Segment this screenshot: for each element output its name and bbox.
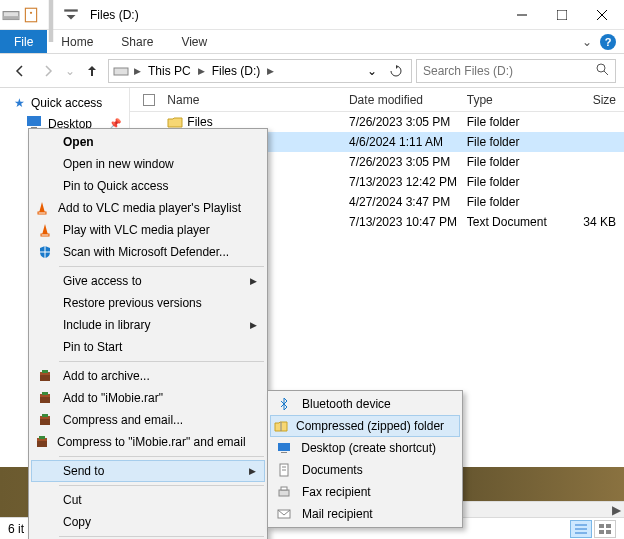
svg-rect-30 bbox=[42, 370, 48, 373]
qat-dropdown-icon[interactable] bbox=[62, 6, 80, 24]
svg-line-12 bbox=[604, 71, 608, 75]
view-details-icon[interactable] bbox=[570, 520, 592, 538]
file-tab[interactable]: File bbox=[0, 30, 47, 53]
breadcrumb-this-pc[interactable]: This PC bbox=[146, 64, 193, 78]
column-headers: Name Date modified Type Size bbox=[130, 88, 624, 112]
shield-icon bbox=[35, 244, 55, 260]
svg-rect-7 bbox=[557, 10, 567, 20]
mail-icon bbox=[274, 506, 294, 522]
ctx-open[interactable]: Open bbox=[31, 131, 265, 153]
file-type: File folder bbox=[467, 135, 565, 149]
forward-button[interactable] bbox=[36, 59, 60, 83]
window-title: Files (D:) bbox=[90, 8, 139, 22]
svg-rect-22 bbox=[599, 524, 604, 528]
star-icon: ★ bbox=[14, 96, 25, 110]
sendto-mail[interactable]: Mail recipient bbox=[270, 503, 460, 525]
chevron-right-icon[interactable]: ▶ bbox=[195, 66, 208, 76]
document-icon bbox=[274, 462, 294, 478]
svg-rect-24 bbox=[599, 530, 604, 534]
file-size: 34 KB bbox=[565, 215, 624, 229]
select-all-checkbox[interactable] bbox=[143, 94, 155, 106]
svg-rect-10 bbox=[114, 68, 128, 75]
col-type[interactable]: Type bbox=[467, 93, 565, 107]
file-type: File folder bbox=[467, 115, 565, 129]
svg-rect-47 bbox=[281, 487, 287, 490]
file-date: 4/27/2024 3:47 PM bbox=[349, 195, 467, 209]
ctx-pin-quick-access[interactable]: Pin to Quick access bbox=[31, 175, 265, 197]
search-box[interactable] bbox=[416, 59, 616, 83]
svg-rect-25 bbox=[606, 530, 611, 534]
vlc-icon bbox=[35, 222, 55, 238]
svg-point-11 bbox=[597, 64, 605, 72]
address-dropdown-icon[interactable]: ⌄ bbox=[361, 64, 383, 78]
ribbon: File Home Share View ⌄ ? bbox=[0, 30, 624, 54]
ctx-add-vlc-playlist[interactable]: Add to VLC media player's Playlist bbox=[31, 197, 265, 219]
drive-icon bbox=[2, 6, 20, 24]
file-date: 7/13/2023 10:47 PM bbox=[349, 215, 467, 229]
sidebar-quick-access[interactable]: ★ Quick access bbox=[0, 94, 129, 112]
up-button[interactable] bbox=[80, 59, 104, 83]
zip-folder-icon bbox=[274, 418, 288, 434]
breadcrumb[interactable]: ▶ This PC ▶ Files (D:) ▶ ⌄ bbox=[108, 59, 412, 83]
ctx-open-new-window[interactable]: Open in new window bbox=[31, 153, 265, 175]
recent-dropdown[interactable]: ⌄ bbox=[64, 59, 76, 83]
svg-rect-27 bbox=[41, 234, 49, 236]
search-icon[interactable] bbox=[596, 63, 609, 79]
svg-rect-41 bbox=[278, 443, 290, 451]
chevron-right-icon[interactable]: ▶ bbox=[131, 66, 144, 76]
ctx-include-library[interactable]: Include in library▶ bbox=[31, 314, 265, 336]
ctx-compress-rar-email[interactable]: Compress to "iMobie.rar" and email bbox=[31, 431, 265, 453]
chevron-right-icon[interactable]: ▶ bbox=[264, 66, 277, 76]
properties-icon[interactable] bbox=[22, 6, 40, 24]
scroll-right-icon[interactable]: ▶ bbox=[608, 503, 624, 517]
ctx-add-rar[interactable]: Add to "iMobie.rar" bbox=[31, 387, 265, 409]
tab-home[interactable]: Home bbox=[47, 30, 107, 53]
col-size[interactable]: Size bbox=[565, 93, 624, 107]
ctx-compress-email[interactable]: Compress and email... bbox=[31, 409, 265, 431]
help-icon[interactable]: ? bbox=[600, 34, 616, 50]
sendto-bluetooth[interactable]: Bluetooth device bbox=[270, 393, 460, 415]
sendto-desktop-shortcut[interactable]: Desktop (create shortcut) bbox=[270, 437, 460, 459]
qat-separator bbox=[42, 6, 60, 24]
ctx-cut[interactable]: Cut bbox=[31, 489, 265, 511]
svg-rect-2 bbox=[25, 8, 36, 22]
sendto-fax[interactable]: Fax recipient bbox=[270, 481, 460, 503]
ctx-play-vlc[interactable]: Play with VLC media player bbox=[31, 219, 265, 241]
tab-share[interactable]: Share bbox=[107, 30, 167, 53]
refresh-icon[interactable] bbox=[385, 65, 407, 77]
col-name[interactable]: Name bbox=[167, 93, 349, 107]
svg-rect-1 bbox=[3, 16, 19, 19]
vlc-icon bbox=[35, 200, 50, 216]
file-date: 7/26/2023 3:05 PM bbox=[349, 155, 467, 169]
ctx-give-access[interactable]: Give access to▶ bbox=[31, 270, 265, 292]
ctx-send-to[interactable]: Send to▶ bbox=[31, 460, 265, 482]
winrar-icon bbox=[35, 390, 55, 406]
svg-rect-39 bbox=[39, 436, 45, 439]
file-type: File folder bbox=[467, 195, 565, 209]
close-button[interactable] bbox=[582, 1, 622, 29]
chevron-right-icon: ▶ bbox=[250, 320, 257, 330]
ctx-pin-start[interactable]: Pin to Start bbox=[31, 336, 265, 358]
col-date[interactable]: Date modified bbox=[349, 93, 467, 107]
navbar: ⌄ ▶ This PC ▶ Files (D:) ▶ ⌄ bbox=[0, 54, 624, 88]
ctx-add-archive[interactable]: Add to archive... bbox=[31, 365, 265, 387]
ribbon-expand-icon[interactable]: ⌄ bbox=[582, 35, 592, 49]
svg-rect-5 bbox=[64, 9, 78, 11]
view-thumbnails-icon[interactable] bbox=[594, 520, 616, 538]
tab-view[interactable]: View bbox=[167, 30, 221, 53]
sendto-zipped[interactable]: Compressed (zipped) folder bbox=[270, 415, 460, 437]
winrar-icon bbox=[35, 412, 55, 428]
back-button[interactable] bbox=[8, 59, 32, 83]
search-input[interactable] bbox=[423, 64, 592, 78]
maximize-button[interactable] bbox=[542, 1, 582, 29]
minimize-button[interactable] bbox=[502, 1, 542, 29]
file-date: 7/13/2023 12:42 PM bbox=[349, 175, 467, 189]
svg-rect-23 bbox=[606, 524, 611, 528]
fax-icon bbox=[274, 484, 294, 500]
ctx-restore-versions[interactable]: Restore previous versions bbox=[31, 292, 265, 314]
ctx-copy[interactable]: Copy bbox=[31, 511, 265, 533]
sendto-documents[interactable]: Documents bbox=[270, 459, 460, 481]
ctx-defender-scan[interactable]: Scan with Microsoft Defender... bbox=[31, 241, 265, 263]
breadcrumb-drive[interactable]: Files (D:) bbox=[210, 64, 263, 78]
file-date: 4/6/2024 1:11 AM bbox=[349, 135, 467, 149]
